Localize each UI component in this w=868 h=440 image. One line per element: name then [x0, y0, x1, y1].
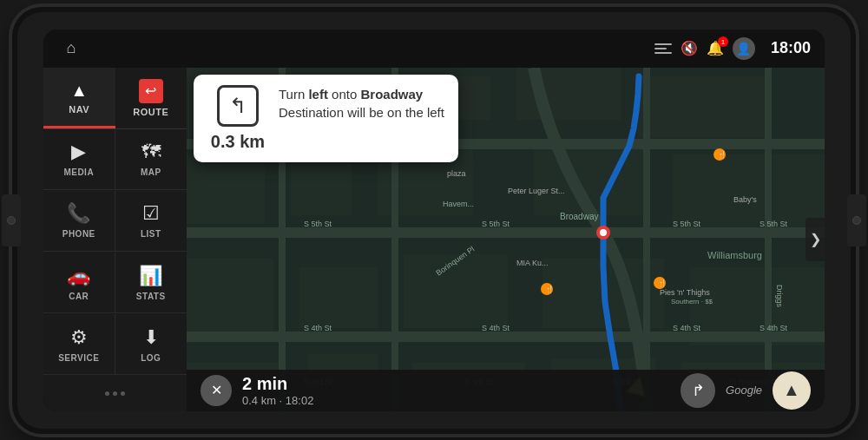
svg-text:S 5th St: S 5th St: [673, 220, 701, 228]
dot: [121, 391, 125, 396]
mute-icon[interactable]: 🔇: [681, 40, 698, 56]
list-icon: ☑: [142, 202, 160, 225]
svg-rect-5: [638, 76, 768, 137]
sidebar-dots: [43, 377, 187, 411]
service-label: SERVICE: [58, 353, 99, 363]
svg-text:S 5th St: S 5th St: [482, 220, 510, 228]
menu-icon[interactable]: [654, 43, 672, 54]
svg-text:Peter Luger St...: Peter Luger St...: [508, 187, 565, 195]
log-icon: ⬇: [143, 326, 159, 349]
list-label: LIST: [141, 229, 161, 239]
route-icon: ↩: [139, 79, 163, 103]
svg-text:MIA Ku...: MIA Ku...: [516, 259, 549, 267]
google-logo: Google: [726, 384, 762, 397]
sidebar-item-list[interactable]: ☑ LIST: [115, 191, 187, 252]
svg-text:S 4th St: S 4th St: [673, 324, 701, 332]
menu-line: [654, 48, 667, 49]
sidebar-item-map[interactable]: 🗺 MAP: [115, 129, 187, 190]
instruction-street: Broadway: [360, 87, 423, 102]
svg-text:Havem...: Havem...: [443, 200, 474, 208]
dot: [105, 391, 109, 396]
media-icon: ▶: [71, 141, 86, 163]
svg-text:🍴: 🍴: [718, 150, 727, 159]
main-content: ▲ NAV ↩ ROUTE ▶ MEDIA 🗺: [43, 68, 825, 411]
sidebar-item-log[interactable]: ⬇ LOG: [115, 314, 187, 375]
svg-text:plaza: plaza: [447, 169, 466, 178]
map-label: MAP: [141, 167, 161, 177]
svg-text:Broadway: Broadway: [560, 212, 598, 221]
stats-label: STATS: [136, 292, 166, 301]
svg-text:S 4th St: S 4th St: [482, 324, 510, 332]
car-icon: 🚗: [67, 265, 90, 287]
route-details: 0.4 km · 18:02: [242, 394, 313, 407]
svg-text:S 5th St: S 5th St: [760, 220, 788, 228]
nav-card: ↰ 0.3 km Turn left onto Broadway Destina…: [194, 75, 458, 162]
avatar[interactable]: 👤: [733, 37, 755, 60]
sidebar-item-service[interactable]: ⚙ SERVICE: [43, 314, 115, 375]
bottom-bar: ✕ 2 min 0.4 km · 18:02 ↱ Google ▲: [187, 370, 825, 411]
turn-arrow-icon: ↰: [229, 94, 247, 118]
nav-instruction: Turn left onto Broadway Destination will…: [279, 85, 444, 121]
instruction-bold: left: [308, 87, 328, 102]
home-icon[interactable]: ⌂: [57, 35, 85, 62]
mount-left: [2, 194, 21, 246]
route-label: ROUTE: [133, 107, 168, 117]
sidebar-item-car[interactable]: 🚗 CAR: [43, 253, 115, 313]
media-label: MEDIA: [63, 167, 94, 177]
status-bar: ⌂ 🔇 🔔 1 👤 18:00: [43, 30, 825, 68]
svg-point-52: [600, 229, 607, 236]
nav-icon: ▲: [70, 81, 88, 101]
map-area: S 5th St S 5th St S 5th St S 5th St S 4t…: [187, 68, 825, 411]
nav-top-buttons: ▲ NAV ↩ ROUTE: [43, 68, 187, 129]
svg-rect-11: [187, 259, 273, 337]
svg-text:Williamsburg: Williamsburg: [707, 250, 762, 260]
svg-text:🍴: 🍴: [658, 279, 667, 287]
compass-button[interactable]: ▲: [773, 371, 811, 410]
close-route-button[interactable]: ✕: [201, 375, 232, 406]
svg-text:S 4th St: S 4th St: [304, 324, 332, 332]
sidebar-item-phone[interactable]: 📞 PHONE: [43, 191, 115, 252]
nav-button[interactable]: ▲ NAV: [43, 68, 115, 128]
sidebar-item-media[interactable]: ▶ MEDIA: [43, 129, 115, 190]
car-label: CAR: [69, 292, 89, 301]
bell-icon[interactable]: 🔔 1: [707, 40, 724, 56]
screen: ⌂ 🔇 🔔 1 👤 18:00 ▲: [43, 30, 825, 411]
map-icon: 🗺: [141, 141, 161, 163]
sidebar: ▲ NAV ↩ ROUTE ▶ MEDIA 🗺: [43, 68, 187, 411]
nav-distance-panel: ↰ 0.3 km: [207, 85, 268, 152]
service-icon: ⚙: [70, 326, 88, 349]
duration-text: 2 min: [242, 374, 313, 394]
svg-rect-6: [187, 154, 265, 224]
distance-text: 0.3 km: [211, 132, 265, 152]
nav-label: NAV: [69, 104, 89, 115]
instruction-sub: Destination will be on the left: [279, 105, 444, 120]
stats-icon: 📊: [139, 265, 162, 287]
svg-text:S 5th St: S 5th St: [304, 220, 332, 228]
sidebar-grid: ▶ MEDIA 🗺 MAP 📞 PHONE ☑ LIST: [43, 129, 187, 377]
bell-badge: 1: [718, 36, 728, 47]
phone-icon: 📞: [67, 202, 90, 225]
chevron-right-icon: ❯: [810, 231, 821, 247]
status-time: 18:00: [771, 39, 811, 57]
car-unit: ⌂ 🔇 🔔 1 👤 18:00 ▲: [17, 12, 851, 429]
map-chevron-button[interactable]: ❯: [806, 218, 825, 261]
phone-label: PHONE: [62, 229, 95, 239]
svg-text:Driggs: Driggs: [775, 285, 784, 308]
mount-right: [847, 194, 866, 246]
svg-text:Pies 'n' Thighs: Pies 'n' Thighs: [660, 288, 710, 297]
svg-rect-7: [291, 163, 352, 215]
svg-rect-12: [299, 267, 378, 328]
turn-list-button[interactable]: ↱: [681, 373, 715, 408]
menu-line: [654, 52, 672, 54]
menu-line: [654, 43, 672, 45]
dot: [113, 391, 117, 396]
turn-list-icon: ↱: [692, 381, 705, 400]
eta-info: 2 min 0.4 km · 18:02: [242, 374, 313, 407]
sidebar-item-stats[interactable]: 📊 STATS: [115, 253, 187, 313]
close-icon: ✕: [211, 382, 222, 398]
turn-indicator: ↰: [217, 85, 259, 127]
log-label: LOG: [141, 353, 161, 363]
svg-text:🍴: 🍴: [545, 285, 554, 293]
svg-text:Baby's: Baby's: [733, 195, 757, 204]
route-button[interactable]: ↩ ROUTE: [115, 68, 187, 128]
